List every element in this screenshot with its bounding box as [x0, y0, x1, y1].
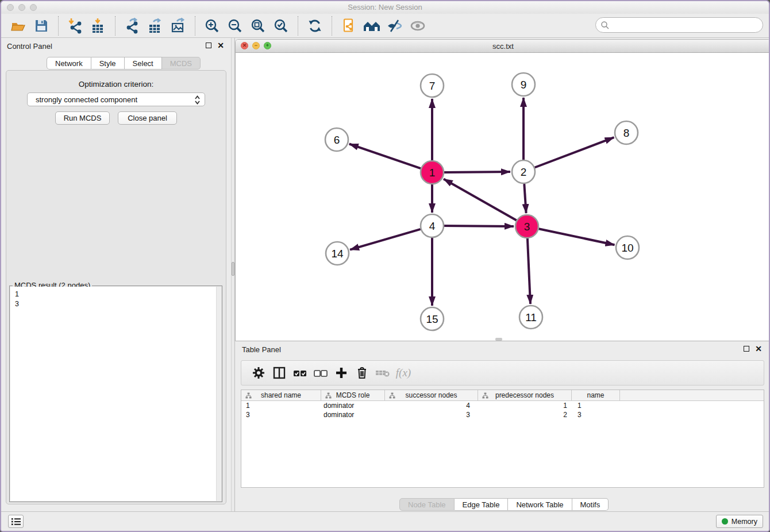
graph-node-1[interactable]: 1: [421, 161, 444, 184]
graph-node-9[interactable]: 9: [512, 73, 535, 96]
table-tabs: Node Table Edge Table Network Table Moti…: [399, 498, 609, 511]
add-column-button[interactable]: [331, 364, 352, 381]
graph-node-11[interactable]: 11: [519, 306, 542, 329]
titlebar: Session: New Session: [1, 1, 769, 14]
graph-node-6[interactable]: 6: [325, 128, 348, 151]
graph-edge-3-10[interactable]: [539, 229, 615, 245]
svg-text:2: 2: [521, 166, 527, 178]
export-table-button[interactable]: [145, 16, 165, 36]
close-panel-button[interactable]: Close panel: [118, 111, 177, 125]
zoom-in-button[interactable]: [202, 16, 222, 36]
apply-function-button[interactable]: f(x): [393, 364, 414, 381]
graph-node-15[interactable]: 15: [421, 307, 444, 330]
checked-boxes-icon: [292, 366, 307, 380]
run-mcds-button[interactable]: Run MCDS: [55, 111, 110, 125]
graph-node-8[interactable]: 8: [615, 121, 638, 144]
main-toolbar: [1, 14, 769, 38]
delete-table-button[interactable]: [372, 364, 393, 381]
zoom-out-button[interactable]: [225, 16, 245, 36]
tab-node-table[interactable]: Node Table: [399, 498, 455, 511]
svg-text:14: 14: [331, 248, 344, 260]
panel-divider[interactable]: [231, 38, 235, 511]
duplicate-network-button[interactable]: [339, 16, 359, 36]
graph-edge-1-6[interactable]: [349, 144, 421, 169]
export-image-button[interactable]: [168, 16, 188, 36]
deselect-all-rows-button[interactable]: [310, 364, 331, 381]
graph-edge-4-14[interactable]: [350, 229, 421, 250]
tab-mcds[interactable]: MCDS: [162, 57, 201, 70]
columns-icon: [272, 366, 286, 380]
table-settings-button[interactable]: [248, 364, 269, 381]
graph-edge-4-3[interactable]: [444, 226, 514, 226]
bird-view-button[interactable]: [408, 16, 428, 36]
search-input[interactable]: [595, 17, 763, 33]
close-panel-icon[interactable]: ✕: [217, 43, 224, 48]
graph-edge-3-11[interactable]: [528, 238, 530, 304]
graph-edge-2-8[interactable]: [535, 137, 614, 167]
table-cell: 1: [241, 401, 321, 410]
float-panel-icon[interactable]: [206, 43, 211, 48]
zoom-selected-button[interactable]: [271, 16, 291, 36]
delete-column-button[interactable]: [352, 364, 372, 381]
table-panel-title: Table Panel: [242, 345, 281, 354]
table-row[interactable]: 3dominator323: [241, 410, 764, 419]
import-network-button[interactable]: [66, 16, 85, 36]
graph-edge-2-3[interactable]: [524, 184, 526, 213]
column-layout-button[interactable]: [269, 364, 290, 381]
save-icon: [33, 18, 49, 34]
float-table-panel-icon[interactable]: [744, 346, 749, 352]
task-history-button[interactable]: [8, 515, 24, 528]
divider-handle[interactable]: [232, 262, 234, 276]
criterion-select[interactable]: strongly connected component: [27, 92, 205, 106]
list-icon: [11, 517, 21, 526]
tab-style[interactable]: Style: [91, 57, 125, 70]
column-header-predecessor-nodes[interactable]: predecessor nodes: [478, 390, 572, 400]
canvas-scroll-nub[interactable]: [495, 338, 502, 341]
column-header-name[interactable]: name: [572, 390, 620, 400]
control-panel: Control Panel ✕ Network Style Select MCD…: [1, 38, 231, 511]
zoom-fit-button[interactable]: [248, 16, 268, 36]
svg-text:3: 3: [524, 221, 530, 233]
table-body: 1dominator4113dominator323: [241, 401, 764, 419]
refresh-button[interactable]: [305, 16, 325, 36]
graph-node-3[interactable]: 3: [515, 215, 538, 238]
table-row[interactable]: 1dominator411: [241, 401, 764, 410]
graph-node-2[interactable]: 2: [512, 160, 535, 183]
optimization-criterion-label: Optimization criterion:: [6, 80, 226, 88]
network-titlebar: ✕ − + scc.txt: [236, 40, 770, 53]
column-header-successor-nodes[interactable]: successor nodes: [385, 390, 478, 400]
tab-select[interactable]: Select: [125, 57, 162, 70]
svg-text:6: 6: [334, 134, 340, 146]
mcds-panel: Optimization criterion: strongly connect…: [6, 70, 226, 504]
graph-node-14[interactable]: 14: [326, 242, 349, 265]
tab-network-table[interactable]: Network Table: [508, 498, 572, 511]
table-cell: 3: [572, 410, 620, 419]
column-header-MCDS-role[interactable]: MCDS role: [321, 390, 385, 400]
memory-button[interactable]: Memory: [716, 515, 763, 528]
export-network-icon: [124, 18, 140, 34]
graph-edge-3-1[interactable]: [444, 179, 517, 220]
export-network-button[interactable]: [122, 16, 142, 36]
graph-node-4[interactable]: 4: [421, 214, 444, 237]
table-cell: 1: [478, 401, 572, 410]
tab-motifs[interactable]: Motifs: [572, 498, 609, 511]
tab-network[interactable]: Network: [47, 57, 91, 70]
column-header-shared-name[interactable]: shared name: [241, 390, 321, 400]
result-scrollbar[interactable]: [216, 287, 221, 501]
select-all-rows-button[interactable]: [290, 364, 310, 381]
memory-status-dot: [722, 518, 728, 525]
result-item: 3: [15, 299, 19, 309]
network-overview-button[interactable]: [362, 16, 382, 36]
graph-node-10[interactable]: 10: [616, 236, 639, 259]
zoom-fit-icon: [250, 18, 266, 34]
open-file-button[interactable]: [9, 16, 28, 36]
graph-edge-1-2[interactable]: [444, 172, 510, 172]
graph-node-7[interactable]: 7: [421, 74, 444, 97]
tab-edge-table[interactable]: Edge Table: [455, 498, 509, 511]
close-table-panel-icon[interactable]: ✕: [755, 346, 762, 352]
hide-panels-button[interactable]: [385, 16, 405, 36]
import-table-button[interactable]: [88, 16, 108, 36]
mcds-result-area[interactable]: 13: [10, 287, 221, 501]
network-canvas[interactable]: 7968124314101511: [236, 53, 770, 341]
save-session-button[interactable]: [32, 16, 51, 36]
